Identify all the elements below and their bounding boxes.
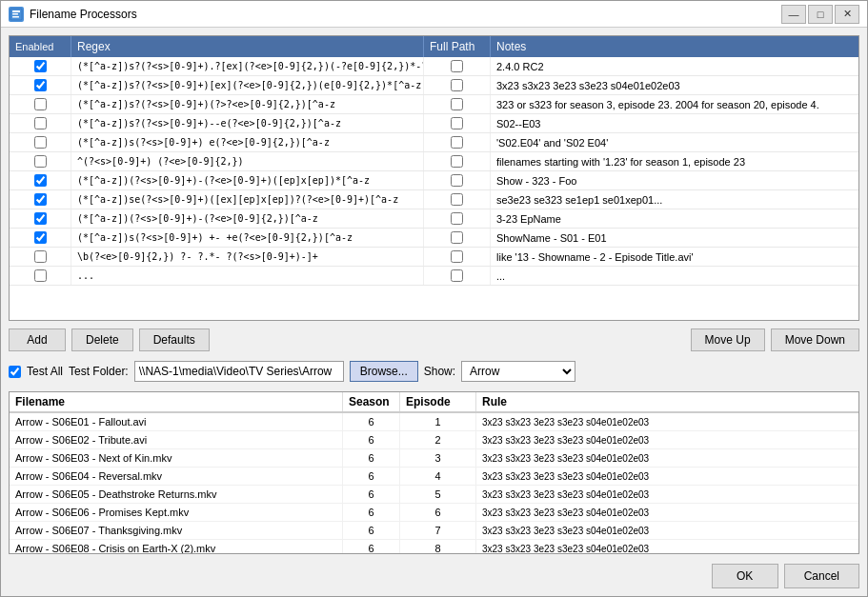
regex-table-row: (*[^a-z])s(?<s>[0-9]+) +- +e(?<e>[0-9]{2… — [10, 229, 858, 248]
minimize-button[interactable]: — — [781, 5, 806, 24]
regex-enabled-checkbox[interactable] — [34, 231, 47, 244]
regex-enabled-cell[interactable] — [10, 248, 71, 266]
rule-cell: 3x23 s3x23 3e23 s3e23 s04e01e02e03 — [476, 468, 858, 485]
filename-table-row: Arrow - S06E06 - Promises Kept.mkv663x23… — [10, 504, 858, 522]
cancel-button[interactable]: Cancel — [784, 564, 859, 588]
browse-button[interactable]: Browse... — [350, 361, 418, 382]
regex-table-scroll[interactable]: (*[^a-z])s?(?<s>[0-9]+).?[ex](?<e>[0-9]{… — [10, 57, 858, 320]
regex-fullpath-cell[interactable] — [424, 248, 491, 266]
regex-fullpath-checkbox[interactable] — [451, 117, 463, 129]
rule-cell: 3x23 s3x23 3e23 s3e23 s04e01e02e03 — [476, 504, 858, 521]
regex-enabled-cell[interactable] — [10, 190, 71, 209]
regex-notes-cell: se3e23 se323 se1ep1 se01xep01... — [491, 190, 858, 209]
col-header-fullpath: Full Path — [424, 36, 491, 57]
filename-cell: Arrow - S06E08 - Crisis on Earth-X (2).m… — [10, 540, 343, 553]
regex-fullpath-cell[interactable] — [424, 76, 491, 94]
maximize-button[interactable]: □ — [808, 5, 833, 24]
regex-enabled-cell[interactable] — [10, 57, 71, 75]
regex-enabled-checkbox[interactable] — [34, 117, 47, 129]
regex-fullpath-checkbox[interactable] — [451, 269, 463, 282]
regex-table-row: ^(?<s>[0-9]+) (?<e>[0-9]{2,})filenames s… — [10, 152, 858, 171]
regex-enabled-checkbox[interactable] — [34, 79, 47, 91]
regex-enabled-cell[interactable] — [10, 152, 71, 170]
regex-enabled-checkbox[interactable] — [34, 174, 47, 187]
regex-fullpath-checkbox[interactable] — [451, 174, 463, 187]
regex-enabled-cell[interactable] — [10, 267, 71, 285]
regex-enabled-cell[interactable] — [10, 95, 71, 113]
episode-cell: 5 — [400, 486, 476, 503]
move-down-button[interactable]: Move Down — [771, 328, 859, 351]
filename-table-scroll[interactable]: Arrow - S06E01 - Fallout.avi613x23 s3x23… — [10, 413, 858, 553]
defaults-button[interactable]: Defaults — [139, 328, 210, 351]
add-button[interactable]: Add — [9, 328, 66, 351]
regex-fullpath-checkbox[interactable] — [451, 193, 463, 206]
regex-table-row: (*[^a-z])s(?<s>[0-9]+) e(?<e>[0-9]{2,})[… — [10, 133, 858, 152]
regex-enabled-checkbox[interactable] — [34, 193, 47, 206]
season-cell: 6 — [343, 522, 400, 539]
regex-fullpath-checkbox[interactable] — [451, 231, 463, 244]
regex-fullpath-cell[interactable] — [424, 133, 491, 151]
season-cell: 6 — [343, 504, 400, 521]
episode-cell: 4 — [400, 468, 476, 485]
test-folder-label: Test Folder: — [69, 365, 129, 378]
regex-enabled-checkbox[interactable] — [34, 60, 47, 72]
ok-button[interactable]: OK — [712, 564, 778, 588]
delete-button[interactable]: Delete — [71, 328, 133, 351]
regex-enabled-checkbox[interactable] — [34, 212, 47, 225]
regex-enabled-cell[interactable] — [10, 209, 71, 228]
regex-value-cell: (*[^a-z])s(?<s>[0-9]+) e(?<e>[0-9]{2,})[… — [71, 133, 424, 151]
regex-fullpath-cell[interactable] — [424, 190, 491, 209]
regex-enabled-cell[interactable] — [10, 171, 71, 189]
regex-fullpath-checkbox[interactable] — [451, 212, 463, 225]
season-cell: 6 — [343, 431, 400, 448]
regex-fullpath-checkbox[interactable] — [451, 155, 463, 168]
episode-cell: 7 — [400, 522, 476, 539]
col-header-regex: Regex — [71, 36, 424, 57]
content-area: Enabled Regex Full Path Notes (*[^a-z])s… — [1, 28, 867, 596]
regex-fullpath-cell[interactable] — [424, 152, 491, 170]
regex-table-row: (*[^a-z])(?<s>[0-9]+)-(?<e>[0-9]{2,})[^a… — [10, 209, 858, 229]
col-header-episode: Episode — [400, 392, 476, 411]
move-up-button[interactable]: Move Up — [691, 328, 765, 351]
regex-enabled-checkbox[interactable] — [34, 155, 47, 168]
regex-fullpath-cell[interactable] — [424, 229, 491, 247]
regex-enabled-checkbox[interactable] — [34, 98, 47, 110]
regex-fullpath-cell[interactable] — [424, 267, 491, 285]
regex-fullpath-checkbox[interactable] — [451, 136, 463, 149]
regex-notes-cell: 3-23 EpName — [491, 209, 858, 228]
regex-notes-cell: 'S02.E04' and 'S02 E04' — [491, 133, 858, 151]
regex-fullpath-checkbox[interactable] — [451, 79, 463, 91]
regex-enabled-checkbox[interactable] — [34, 269, 47, 282]
regex-value-cell: \b(?<e>[0-9]{2,}) ?- ?.*- ?(?<s>[0-9]+)-… — [71, 248, 424, 266]
regex-value-cell: (*[^a-z])se(?<s>[0-9]+)([ex][ep]x[ep])?(… — [71, 190, 424, 209]
regex-enabled-cell[interactable] — [10, 114, 71, 132]
regex-fullpath-cell[interactable] — [424, 114, 491, 132]
main-window: Filename Processors — □ ✕ Enabled Regex … — [0, 0, 868, 597]
test-all-checkbox[interactable] — [9, 366, 21, 378]
regex-table-section: Enabled Regex Full Path Notes (*[^a-z])s… — [9, 35, 859, 321]
col-header-enabled: Enabled — [10, 36, 71, 57]
regex-value-cell: (*[^a-z])s?(?<s>[0-9]+)[ex](?<e>[0-9]{2,… — [71, 76, 424, 94]
regex-fullpath-checkbox[interactable] — [451, 98, 463, 110]
close-button[interactable]: ✕ — [835, 5, 859, 24]
regex-fullpath-cell[interactable] — [424, 57, 491, 75]
regex-enabled-checkbox[interactable] — [34, 250, 47, 263]
regex-enabled-cell[interactable] — [10, 229, 71, 247]
regex-fullpath-checkbox[interactable] — [451, 60, 463, 72]
regex-fullpath-cell[interactable] — [424, 171, 491, 189]
test-folder-input[interactable] — [134, 361, 344, 382]
regex-fullpath-cell[interactable] — [424, 209, 491, 228]
regex-enabled-cell[interactable] — [10, 76, 71, 94]
filename-cell: Arrow - S06E05 - Deathstroke Returns.mkv — [10, 486, 343, 503]
rule-cell: 3x23 s3x23 3e23 s3e23 s04e01e02e03 — [476, 522, 858, 539]
episode-cell: 6 — [400, 504, 476, 521]
regex-notes-cell: like '13 - Showname - 2 - Episode Title.… — [491, 248, 858, 266]
show-select[interactable]: Arrow — [461, 361, 575, 382]
regex-fullpath-cell[interactable] — [424, 95, 491, 113]
regex-notes-cell: ... — [491, 267, 858, 285]
regex-enabled-cell[interactable] — [10, 133, 71, 151]
regex-value-cell: (*[^a-z])s?(?<s>[0-9]+)(?>?<e>[0-9]{2,})… — [71, 95, 424, 113]
regex-enabled-checkbox[interactable] — [34, 136, 47, 149]
episode-cell: 3 — [400, 449, 476, 467]
regex-fullpath-checkbox[interactable] — [451, 250, 463, 263]
